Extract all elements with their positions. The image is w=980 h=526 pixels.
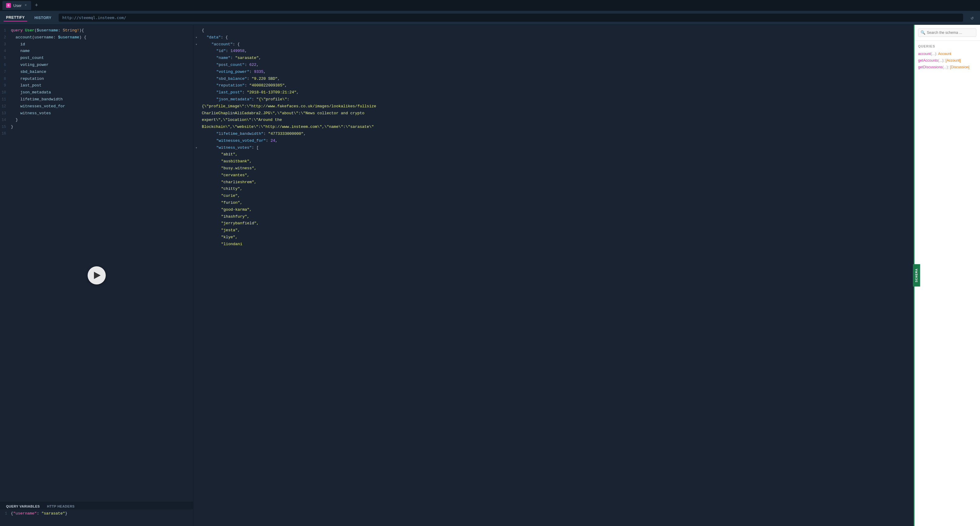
line-num-5: 5 [0, 55, 11, 61]
schema-item-getaccounts-type: [Account] [945, 58, 961, 62]
result-line-24: "curie", [193, 193, 913, 199]
schema-section-title: QUERIES [918, 45, 976, 48]
refresh-button[interactable]: ↺ [968, 14, 976, 22]
result-line-11: {\"profile_image\":\"http://www.fakeface… [193, 103, 913, 110]
schema-search-input[interactable] [918, 29, 976, 37]
line-num-qv: 1 [5, 511, 7, 516]
result-content-10: "json_metadata": "{\"profile\": [199, 96, 913, 103]
qv-colon: : [37, 511, 42, 516]
result-line-3: "id": 149958, [193, 48, 913, 55]
editor-line-7: 7 sbd_balance [0, 69, 193, 76]
history-button[interactable]: HISTORY [32, 14, 54, 21]
schema-item-getdiscussions[interactable]: getDiscussions(...): [Discussion] [918, 64, 976, 70]
line-content-8: reputation [11, 76, 193, 82]
editor-line-1: 1 query User($username: String!){ [0, 27, 193, 34]
schema-item-account-name: account [918, 52, 931, 56]
result-content-22: "charlieshrem", [199, 179, 913, 186]
collapse-arrow-2[interactable]: ▾ [193, 42, 199, 47]
result-content-16: "witnesses_voted_for": 24, [199, 138, 913, 144]
result-content-5: "post_count": 622, [199, 62, 913, 69]
line-content-11: lifetime_bandwidth [11, 96, 193, 103]
result-content-6: "voting_power": 9335, [199, 69, 913, 75]
result-line-30: "klye", [193, 234, 913, 241]
line-num-2: 2 [0, 35, 11, 40]
result-content-8: "reputation": "4000822009385", [199, 83, 913, 89]
http-headers-tab[interactable]: HTTP HEADERS [43, 503, 78, 509]
schema-search-area: 🔍 [915, 25, 980, 41]
schema-queries-section: QUERIES account(...): Account getAccount… [915, 41, 980, 74]
result-content-21: "cervantes", [199, 172, 913, 179]
line-num-3: 3 [0, 42, 11, 48]
line-num-4: 4 [0, 48, 11, 54]
schema-item-account[interactable]: account(...): Account [918, 51, 976, 57]
result-content-25: "furion", [199, 200, 913, 206]
query-variables-content[interactable]: 1{"username": "sarasate"} [0, 509, 193, 518]
editor-line-5: 5 post_count [0, 55, 193, 62]
collapse-arrow-1[interactable]: ▾ [193, 35, 199, 40]
result-panel[interactable]: { ▾ "data": { ▾ "account": { "id": 14995… [193, 25, 913, 526]
tab-logo: G [6, 3, 11, 8]
collapse-arrow-17[interactable]: ▾ [193, 146, 199, 151]
result-content-27: "ihashfury", [199, 214, 913, 220]
main-layout: 1 query User($username: String!){ 2 acco… [0, 25, 980, 526]
play-icon [94, 272, 100, 279]
qv-value: "sarasate" [41, 511, 65, 516]
execute-query-button[interactable] [88, 266, 106, 284]
result-content-24: "curie", [199, 193, 913, 199]
line-content-14: } [11, 117, 193, 123]
result-line-27: "ihashfury", [193, 214, 913, 220]
result-line-23: "chitty", [193, 186, 913, 193]
schema-tab-button[interactable]: SCHEMA [913, 264, 920, 287]
url-input[interactable] [59, 14, 963, 22]
search-wrapper: 🔍 [918, 29, 976, 37]
result-line-18: "abit", [193, 151, 913, 158]
editor-area[interactable]: 1 query User($username: String!){ 2 acco… [0, 25, 193, 502]
editor-panel: 1 query User($username: String!){ 2 acco… [0, 25, 193, 526]
schema-item-getaccounts-name: getAccounts [918, 58, 938, 62]
tab-user[interactable]: G User × [2, 1, 31, 10]
result-content-28: "jerrybanfield", [199, 220, 913, 227]
result-content-19: "ausbitbank", [199, 158, 913, 165]
line-content-13: witness_votes [11, 110, 193, 117]
editor-line-4: 4 name [0, 48, 193, 55]
line-num-8: 8 [0, 76, 11, 82]
result-content-11: {\"profile_image\":\"http://www.fakeface… [199, 104, 913, 110]
result-line-12: CharlieChaplinAliCadabra2.JPG\",\"about\… [193, 110, 913, 117]
result-content-14: Blockchain\",\"website\":\"http://www.in… [199, 124, 913, 130]
result-content-23: "chitty", [199, 186, 913, 192]
prettify-button[interactable]: PRETTIFY [4, 14, 27, 21]
editor-line-12: 12 witnesses_voted_for [0, 103, 193, 110]
result-line-21: "cervantes", [193, 172, 913, 179]
result-content-30: "klye", [199, 234, 913, 241]
result-content-13: expert\",\"location\":\"Around the [199, 117, 913, 123]
result-content-31: "liondani [199, 241, 913, 247]
result-content-7: "sbd_balance": "9.220 SBD", [199, 76, 913, 82]
line-content-1: query User($username: String!){ [11, 27, 193, 34]
query-variables-tab[interactable]: QUERY VARIABLES [2, 503, 43, 509]
editor-line-8: 8 reputation [0, 76, 193, 83]
line-content-6: voting_power [11, 62, 193, 69]
result-content-26: "good-karma", [199, 207, 913, 213]
line-content-15: } [11, 124, 193, 130]
schema-item-account-args: (...) [931, 52, 936, 56]
result-line-20: "busy.witness", [193, 165, 913, 172]
line-content-2: account(username: $username) { [11, 35, 193, 41]
line-content-10: json_metadata [11, 89, 193, 96]
line-num-7: 7 [0, 69, 11, 75]
schema-item-getaccounts[interactable]: getAccounts(...): [Account] [918, 57, 976, 64]
result-line-31: "liondani [193, 241, 913, 248]
result-line-2: ▾ "account": { [193, 41, 913, 48]
result-content-0: { [199, 27, 913, 34]
tab-close-button[interactable]: × [24, 3, 27, 8]
result-line-14: Blockchain\",\"website\":\"http://www.in… [193, 124, 913, 131]
line-content-3: id [11, 41, 193, 48]
line-content-12: witnesses_voted_for [11, 104, 193, 110]
result-content-12: CharlieChaplinAliCadabra2.JPG\",\"about\… [199, 110, 913, 117]
result-line-8: "reputation": "4000822009385", [193, 82, 913, 89]
result-line-7: "sbd_balance": "9.220 SBD", [193, 76, 913, 83]
query-vars-tabs: QUERY VARIABLES HTTP HEADERS [0, 502, 193, 509]
result-content-3: "id": 149958, [199, 48, 913, 54]
result-content-2: "account": { [199, 41, 913, 48]
result-line-26: "good-karma", [193, 206, 913, 214]
new-tab-button[interactable]: + [32, 1, 41, 10]
